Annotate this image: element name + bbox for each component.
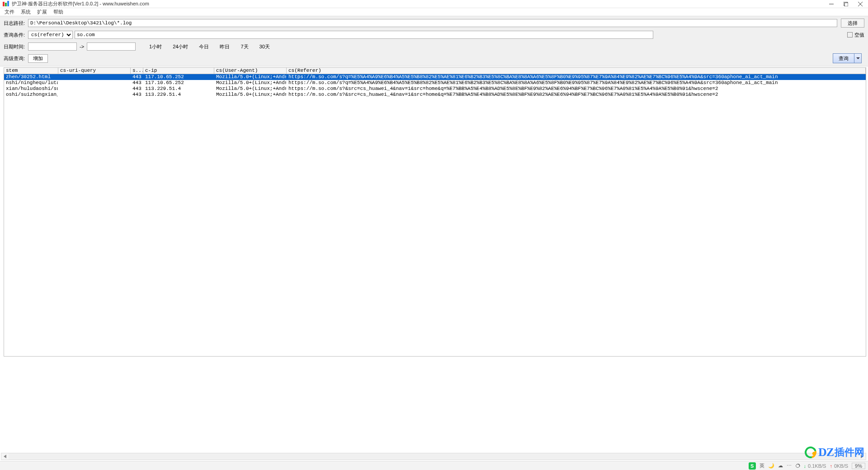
minimize-button[interactable] <box>828 1 835 7</box>
path-label: 日志路径: <box>4 20 28 27</box>
lang-indicator[interactable]: 英 <box>760 462 764 469</box>
col-stem[interactable]: stem <box>4 68 58 74</box>
field-select[interactable]: cs(referer) <box>28 31 73 39</box>
system-tray: S 英 🌙 ☁ ⋯ 🔿 ↓0.1KB/S ↑0KB/S 9% <box>0 461 868 470</box>
table-row[interactable]: oshi/suizhongxian_202...443113.229.51.4M… <box>4 92 866 98</box>
col-status[interactable]: s... <box>131 68 143 74</box>
table-row[interactable]: nshi/ninghequ/lutaizh...443117.10.65.252… <box>4 80 866 86</box>
watermark-icon <box>802 444 819 461</box>
percent-indicator: 9% <box>852 463 865 469</box>
col-referer[interactable]: cs(Referer) <box>287 68 866 74</box>
arrow-label: -> <box>80 44 84 49</box>
date-to-input[interactable] <box>87 42 136 51</box>
null-label: 空值 <box>854 32 864 38</box>
close-button[interactable] <box>857 1 863 7</box>
svg-rect-5 <box>844 3 848 6</box>
svg-rect-1 <box>5 3 7 6</box>
adv-label: 高级查询: <box>4 55 28 62</box>
menu-system[interactable]: 系统 <box>21 9 31 15</box>
moon-icon[interactable]: 🌙 <box>768 463 774 469</box>
svg-marker-9 <box>4 455 6 458</box>
range-today[interactable]: 今日 <box>196 43 212 50</box>
window-title: 护卫神·服务器日志分析软件[Ver1.0.0.2] - www.huweishe… <box>12 0 828 7</box>
net-up: ↑0KB/S <box>830 463 848 469</box>
app-icon <box>3 1 9 7</box>
results-grid: stem cs-uri-query s... c-ip cs(User-Agen… <box>4 67 866 357</box>
horizontal-scrollbar[interactable] <box>1 453 866 460</box>
tray-icon-1[interactable]: ☁ <box>778 463 783 469</box>
scroll-left-icon[interactable] <box>1 453 9 460</box>
query-button[interactable]: 查询 <box>833 53 854 63</box>
net-down: ↓0.1KB/S <box>804 463 826 469</box>
date-label: 日期时间: <box>4 43 28 50</box>
menu-file[interactable]: 文件 <box>5 9 14 15</box>
range-1h[interactable]: 1小时 <box>146 43 165 50</box>
ime-icon[interactable]: S <box>749 462 756 470</box>
menu-help[interactable]: 帮助 <box>53 9 63 15</box>
add-button[interactable]: 增加 <box>28 54 48 63</box>
watermark: DZ 插件网 <box>805 446 864 459</box>
col-ua[interactable]: cs(User-Agent) <box>214 68 287 74</box>
col-ip[interactable]: c-ip <box>143 68 214 74</box>
maximize-button[interactable] <box>843 1 849 7</box>
svg-marker-8 <box>856 57 860 59</box>
menubar: 文件 系统 扩展 帮助 <box>0 8 868 16</box>
col-query[interactable]: cs-uri-query <box>58 68 131 74</box>
query-dropdown-button[interactable] <box>854 53 862 63</box>
table-row[interactable]: xian/huludaoshi/suizh...443113.229.51.4M… <box>4 86 866 92</box>
range-yesterday[interactable]: 昨日 <box>217 43 232 50</box>
range-24h[interactable]: 24小时 <box>170 43 191 50</box>
search-input[interactable] <box>75 31 653 39</box>
table-row[interactable]: zhen/30252.html443117.10.65.252Mozilla/5… <box>4 74 866 80</box>
range-7d[interactable]: 7天 <box>238 43 251 50</box>
menu-ext[interactable]: 扩展 <box>37 9 47 15</box>
browse-button[interactable]: 选择 <box>841 19 864 28</box>
query-label: 查询条件: <box>4 32 28 38</box>
date-from-input[interactable] <box>28 42 77 51</box>
log-path-input[interactable] <box>28 19 837 27</box>
tray-icon-2[interactable]: ⋯ <box>787 463 792 469</box>
svg-rect-2 <box>7 1 9 6</box>
svg-rect-0 <box>3 2 5 6</box>
tray-icon-3[interactable]: 🔿 <box>795 463 800 469</box>
null-checkbox[interactable] <box>847 32 853 38</box>
range-30d[interactable]: 30天 <box>257 43 273 50</box>
